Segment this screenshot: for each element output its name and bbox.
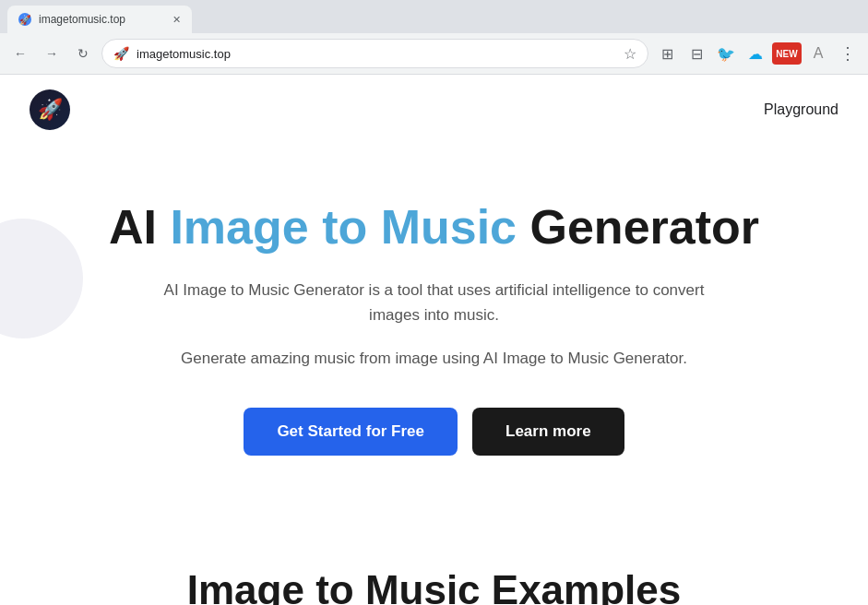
get-started-button[interactable]: Get Started for Free — [244, 408, 458, 456]
address-text: imagetomusic.top — [137, 47, 616, 61]
menu-icon[interactable]: ⋮ — [835, 41, 861, 66]
browser-chrome: 🚀 imagetomusic.top ✕ ← → ↻ 🚀 imagetomusi… — [0, 0, 868, 75]
nav-links: Playground — [764, 101, 838, 118]
hero-title-part1: AI — [109, 200, 170, 254]
nav-playground-link[interactable]: Playground — [764, 101, 838, 118]
learn-more-button[interactable]: Learn more — [472, 408, 624, 456]
bookmark-star-icon[interactable]: ☆ — [624, 45, 636, 63]
tab-title: imagetomusic.top — [39, 13, 165, 26]
hero-title-colored: Image to Music — [170, 200, 517, 254]
reload-button[interactable]: ↻ — [70, 41, 96, 66]
hero-content: AI Image to Music Generator AI Image to … — [37, 200, 831, 456]
site-favicon-icon: 🚀 — [113, 46, 129, 61]
extension-5-icon[interactable]: A — [805, 41, 831, 66]
site-logo[interactable]: 🚀 — [30, 89, 70, 130]
active-tab[interactable]: 🚀 imagetomusic.top ✕ — [7, 6, 192, 33]
hero-title-part2: Generator — [517, 200, 759, 254]
extension-4-icon[interactable]: ☁ — [743, 41, 768, 66]
hero-title: AI Image to Music Generator — [37, 200, 831, 255]
hero-tagline: Generate amazing music from image using … — [112, 346, 757, 371]
tab-close-icon[interactable]: ✕ — [172, 14, 181, 26]
hero-buttons: Get Started for Free Learn more — [37, 408, 831, 456]
forward-button[interactable]: → — [39, 41, 65, 66]
back-button[interactable]: ← — [7, 41, 33, 66]
page-content: 🚀 Playground AI Image to Music Generator… — [0, 75, 868, 605]
hero-section: AI Image to Music Generator AI Image to … — [0, 145, 868, 548]
hero-description: AI Image to Music Generator is a tool th… — [139, 278, 730, 327]
logo-icon: 🚀 — [30, 89, 70, 130]
new-badge-icon[interactable]: NEW — [772, 42, 802, 65]
extension-3-icon[interactable]: 🐦 — [713, 41, 739, 66]
site-nav: 🚀 Playground — [0, 75, 868, 145]
browser-tabs: 🚀 imagetomusic.top ✕ — [0, 0, 868, 33]
examples-title: Image to Music Examples — [37, 566, 831, 605]
extension-2-icon[interactable]: ⊟ — [684, 41, 709, 66]
browser-toolbar: ← → ↻ 🚀 imagetomusic.top ☆ ⊞ ⊟ 🐦 ☁ NEW A… — [0, 33, 868, 74]
tab-favicon: 🚀 — [18, 13, 31, 26]
toolbar-right-icons: ⊞ ⊟ 🐦 ☁ NEW A ⋮ — [654, 41, 861, 66]
bottom-section: Image to Music Examples — [0, 548, 868, 605]
extension-1-icon[interactable]: ⊞ — [654, 41, 680, 66]
address-bar[interactable]: 🚀 imagetomusic.top ☆ — [101, 39, 648, 68]
